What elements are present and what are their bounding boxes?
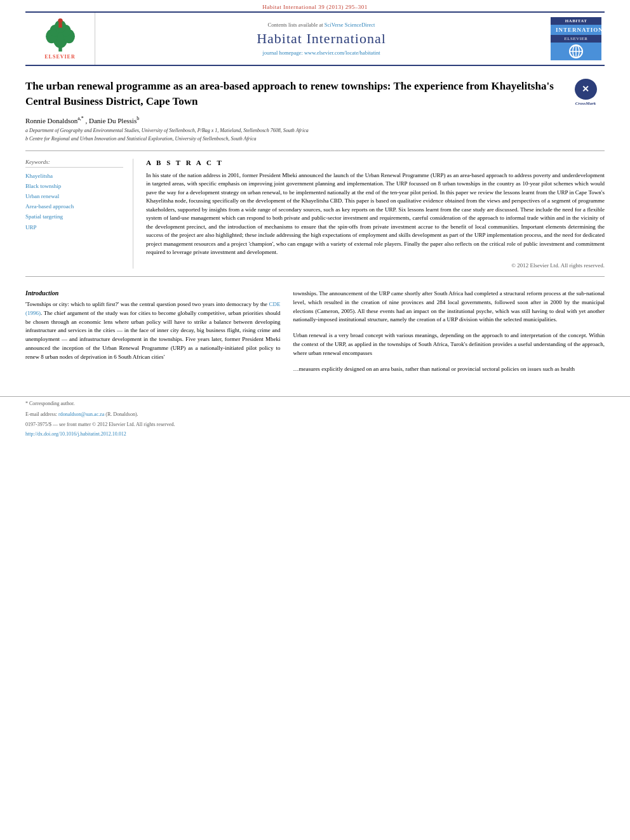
keyword-khayelitsha: Khayelitsha <box>25 171 123 181</box>
keywords-label: Keywords: <box>25 159 123 168</box>
keywords-column: Keywords: Khayelitsha Black township Urb… <box>25 159 133 269</box>
journal-url[interactable]: www.elsevier.com/locate/habitatint <box>304 50 380 56</box>
introduction-quote: …measures explicitly designed on an area… <box>293 365 605 374</box>
elsevier-logo-area: ELSEVIER <box>25 13 95 65</box>
sciverse-link[interactable]: SciVerse ScienceDirect <box>325 22 375 28</box>
issn-line: 0197-3975/$ — see front matter © 2012 El… <box>25 422 175 427</box>
abstract-heading: A B S T R A C T <box>146 159 605 166</box>
introduction-text-right: townships. The announcement of the URP c… <box>293 290 605 325</box>
affiliation-a: a Department of Geography and Environmen… <box>25 127 605 134</box>
divider-1 <box>25 150 605 151</box>
bottom-info: 0197-3975/$ — see front matter © 2012 El… <box>25 422 605 427</box>
keyword-black-township: Black township <box>25 181 123 191</box>
badge-top: HABITAT <box>551 17 601 25</box>
copyright-line: © 2012 Elsevier Ltd. All rights reserved… <box>146 262 605 269</box>
keyword-urban-renewal: Urban renewal <box>25 191 123 201</box>
elsevier-label: ELSEVIER <box>44 54 75 60</box>
footnote-email: E-mail address: rdonaldson@sun.ac.za (R.… <box>25 411 605 418</box>
keyword-urp: URP <box>25 222 123 232</box>
abstract-column: A B S T R A C T In his state of the nati… <box>146 159 605 269</box>
journal-homepage: journal homepage: www.elsevier.com/locat… <box>262 50 380 56</box>
keyword-spatial-targeting: Spatial targeting <box>25 211 123 222</box>
svg-rect-8 <box>58 23 62 27</box>
badge-mid: INTERNATIONAL <box>551 25 601 35</box>
author2-name: , Danie Du Plessis <box>86 116 137 124</box>
author2-sup: b <box>137 116 139 121</box>
footnote-corresponding: * Corresponding author. <box>25 400 605 408</box>
abstract-text: In his state of the nation address in 20… <box>146 171 605 257</box>
article-authors: Ronnie Donaldsona,* , Danie Du Plessisb <box>25 116 605 124</box>
introduction-heading: Introduction <box>25 290 280 297</box>
elsevier-logo: ELSEVIER <box>41 18 79 60</box>
habitat-symbol-icon <box>563 44 589 59</box>
habitat-badge: HABITAT INTERNATIONAL ELSEVIER <box>551 17 601 60</box>
article-content: The urban renewal programme as an area-b… <box>0 66 630 383</box>
crossmark-icon: ✕ <box>575 79 597 100</box>
journal-header: ELSEVIER Contents lists available at Sci… <box>25 11 605 66</box>
elsevier-tree-icon <box>41 18 79 53</box>
body-area: Introduction 'Townships or city: which t… <box>25 290 605 375</box>
author1-name: Ronnie Donaldson <box>25 116 77 124</box>
introduction-text-left: 'Townships or city: which to uplift firs… <box>25 300 280 363</box>
habitat-icon <box>551 43 601 60</box>
svg-point-7 <box>58 18 62 23</box>
affiliation-b: b Centre for Regional and Urban Innovati… <box>25 135 605 142</box>
divider-2 <box>25 276 605 277</box>
article-title-area: The urban renewal programme as an area-b… <box>25 79 605 109</box>
introduction-text-right2: Urban renewal is a very broad concept wi… <box>293 331 605 358</box>
body-left-column: Introduction 'Townships or city: which t… <box>25 290 280 375</box>
footer-area: * Corresponding author. E-mail address: … <box>0 396 630 438</box>
journal-reference-bar: Habitat International 39 (2013) 295–301 <box>0 0 630 11</box>
body-right-column: townships. The announcement of the URP c… <box>293 290 605 375</box>
sciverse-line: Contents lists available at SciVerse Sci… <box>268 22 375 28</box>
author1-sup: a,* <box>77 116 84 121</box>
journal-title: Habitat International <box>257 30 386 47</box>
habitat-badge-area: HABITAT INTERNATIONAL ELSEVIER <box>547 13 605 65</box>
article-title-text: The urban renewal programme as an area-b… <box>25 80 554 107</box>
crossmark-label: CrossMark <box>575 101 596 107</box>
keyword-area-based: Area-based approach <box>25 201 123 211</box>
crossmark-badge[interactable]: ✕ CrossMark <box>566 79 605 107</box>
abstract-area: Keywords: Khayelitsha Black township Urb… <box>25 159 605 269</box>
doi-line: http://dx.doi.org/10.1016/j.habitatint.2… <box>25 430 605 438</box>
doi-link[interactable]: http://dx.doi.org/10.1016/j.habitatint.2… <box>25 431 126 437</box>
journal-name-area: Contents lists available at SciVerse Sci… <box>95 13 547 65</box>
email-link[interactable]: rdonaldson@sun.ac.za <box>58 411 104 417</box>
cde-link[interactable]: CDE (1996) <box>25 301 280 316</box>
badge-bot: ELSEVIER <box>551 35 601 43</box>
